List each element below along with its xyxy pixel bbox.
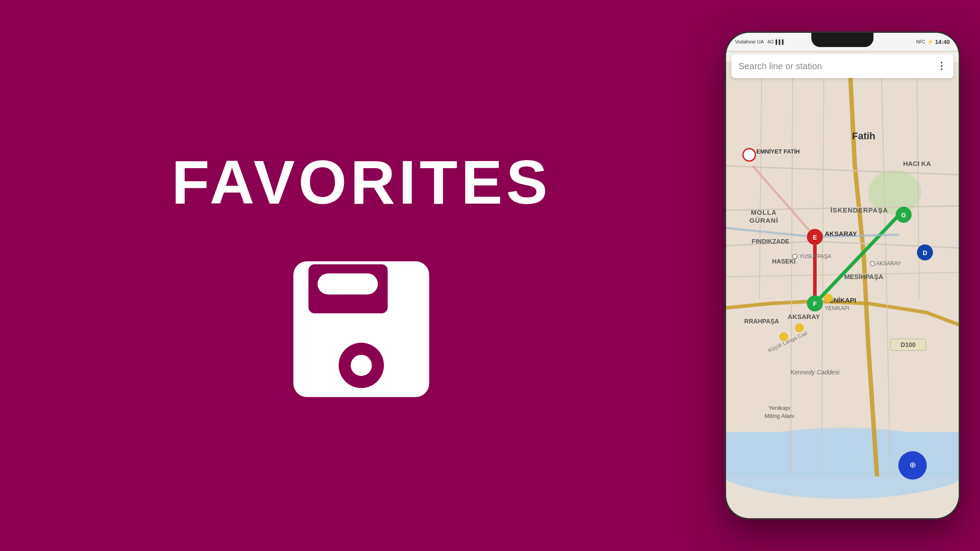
svg-point-26 [746,151,753,158]
svg-text:GÜRANİ: GÜRANİ [749,216,778,224]
save-floppy-icon [286,254,437,405]
svg-text:İSKENDERPAŞA: İSKENDERPAŞA [830,206,888,214]
svg-text:D100: D100 [901,341,916,348]
search-placeholder: Search line or station [739,61,937,71]
search-bar[interactable]: Search line or station ⋮ [731,54,953,78]
svg-point-45 [779,332,788,341]
svg-text:F: F [813,300,817,307]
svg-text:AKSARAY: AKSARAY [876,260,901,267]
svg-text:Yenikapı: Yenikapı [768,405,790,411]
time-display: 14:40 [935,39,950,45]
phone-notch [811,33,873,47]
svg-text:YENİKAPI: YENİKAPI [825,305,849,311]
left-section: FAVORITES [0,111,723,440]
svg-text:D: D [923,249,927,256]
network-4g: 4G [767,39,774,44]
bluetooth-icon: ⚡ [927,39,933,45]
svg-rect-2 [317,273,378,295]
svg-text:HACI KA: HACI KA [903,160,931,167]
signal-bars: ▌▌▌ [776,39,785,44]
status-right: NFC ⚡ 14:40 [916,39,950,45]
svg-text:HASEKI: HASEKI [772,258,796,265]
favorites-title: FAVORITES [171,146,551,218]
svg-point-4 [351,355,372,376]
svg-text:Fatih: Fatih [852,130,876,142]
phone-frame: D100 Kennedy Caddesi Yenikapı Miting Ala… [725,31,960,520]
status-bar: Vodafone UA 4G ▌▌▌ NFC ⚡ 14:40 [726,33,959,51]
svg-text:FINDIKZADE: FINDIKZADE [752,238,790,245]
svg-point-33 [870,261,875,266]
status-left: Vodafone UA 4G ▌▌▌ [735,39,785,44]
svg-point-43 [824,294,833,303]
right-section: D100 Kennedy Caddesi Yenikapı Miting Ala… [723,0,980,551]
svg-text:RRAHPAŞA: RRAHPAŞA [744,318,779,325]
nfc-icon: NFC [916,39,925,44]
more-options-icon[interactable]: ⋮ [937,60,946,72]
svg-text:MESİHPAŞA: MESİHPAŞA [844,273,883,280]
carrier-text: Vodafone UA [735,39,764,44]
svg-text:E: E [813,234,817,241]
svg-text:AKSARAY: AKSARAY [825,230,857,237]
svg-text:⊕: ⊕ [909,460,916,469]
svg-text:EMNİYET FATİH: EMNİYET FATİH [756,148,800,155]
svg-point-32 [793,254,797,259]
svg-text:MOLLA: MOLLA [751,209,777,216]
svg-point-44 [795,323,804,332]
svg-text:AKSARAY: AKSARAY [788,313,820,320]
phone-screen: D100 Kennedy Caddesi Yenikapı Miting Ala… [726,33,959,518]
svg-text:YUSUFPAŞA: YUSUFPAŞA [799,253,831,260]
svg-text:G: G [901,212,906,219]
svg-text:Kennedy Caddesi: Kennedy Caddesi [790,369,840,376]
map-svg: D100 Kennedy Caddesi Yenikapı Miting Ala… [726,33,959,518]
map-area: D100 Kennedy Caddesi Yenikapı Miting Ala… [726,33,959,518]
svg-text:Miting Alanı: Miting Alanı [764,413,794,419]
